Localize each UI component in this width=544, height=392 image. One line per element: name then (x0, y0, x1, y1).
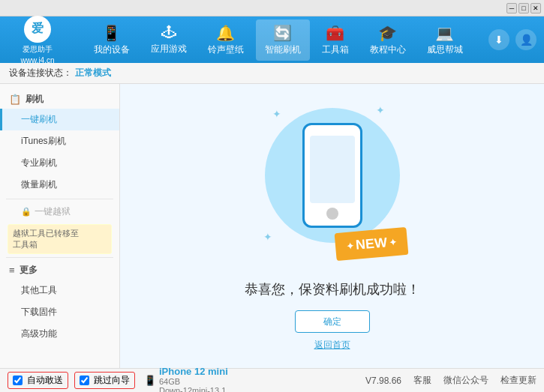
device-phone-icon: 📱 (144, 375, 156, 386)
logo-url: www.i4.cn (20, 56, 54, 64)
checkbox-auto-select[interactable] (13, 376, 23, 385)
nav-item-smart-flash[interactable]: 🔄智能刷机 (256, 19, 310, 61)
main: 📋 刷机 一键刷机 iTunes刷机 专业刷机 微量刷机 🔒 一键越狱 越狱工具… (0, 84, 544, 368)
phone-illustration: ✦ ✦ ✦ ✦ NEW ✦ (257, 100, 407, 265)
new-badge-text: NEW (355, 235, 388, 253)
device-storage: 64GB (159, 377, 228, 386)
nav-item-my-device[interactable]: 📱我的设备 (85, 19, 139, 61)
status-bar: 设备连接状态： 正常模式 (0, 63, 544, 84)
sidebar-item-pro-flash[interactable]: 专业刷机 (0, 152, 119, 174)
nav-icon-app-game: 🕹 (161, 24, 176, 41)
checkbox-skip-guide-wrapper: 跳过向导 (74, 372, 135, 389)
sidebar-item-itunes-flash[interactable]: iTunes刷机 (0, 130, 119, 152)
sidebar-section-jailbreak: 🔒 一键越狱 (0, 202, 119, 221)
nav-item-app-game[interactable]: 🕹应用游戏 (142, 19, 196, 60)
nav-label-toolbox: 工具箱 (322, 43, 349, 56)
nav-items: 📱我的设备🕹应用游戏🔔铃声壁纸🔄智能刷机🧰工具箱🎓教程中心💻威思帮城 (75, 19, 481, 61)
confirm-button[interactable]: 确定 (295, 310, 370, 333)
download-btn[interactable]: ⬇ (488, 29, 509, 50)
new-star-right: ✦ (389, 237, 397, 248)
sidebar: 📋 刷机 一键刷机 iTunes刷机 专业刷机 微量刷机 🔒 一键越狱 越狱工具… (0, 84, 120, 368)
device-info: 📱 iPhone 12 mini 64GB Down-12mini-13.1 (144, 366, 228, 392)
nav-label-weisi: 威思帮城 (427, 43, 463, 56)
sidebar-section-flash: 📋 刷机 (0, 90, 119, 109)
checkbox-auto-select-wrapper: 自动敢送 (8, 372, 68, 389)
nav-label-app-game: 应用游戏 (151, 43, 187, 55)
sparkle-1: ✦ (272, 108, 281, 120)
new-star-left: ✦ (345, 241, 353, 252)
sidebar-item-one-click-flash[interactable]: 一键刷机 (0, 109, 119, 130)
jailbreak-notice: 越狱工具已转移至工具箱 (8, 224, 112, 254)
flash-section-icon: 📋 (9, 94, 21, 105)
sparkle-3: ✦ (263, 231, 272, 243)
sparkle-2: ✦ (376, 104, 385, 116)
nav-label-tutorial: 教程中心 (370, 43, 406, 56)
logo-icon: 爱 (24, 16, 51, 43)
header: 爱 爱思助手 www.i4.cn 📱我的设备🕹应用游戏🔔铃声壁纸🔄智能刷机🧰工具… (0, 16, 544, 63)
nav-icon-weisi: 💻 (435, 24, 454, 42)
sidebar-item-other-tools[interactable]: 其他工具 (0, 280, 119, 301)
checkbox-skip-guide-label[interactable]: 跳过向导 (94, 374, 130, 387)
nav-icon-ringtone: 🔔 (216, 24, 235, 42)
nav-item-ringtone[interactable]: 🔔铃声壁纸 (199, 19, 253, 61)
phone-home-btn (326, 208, 338, 220)
user-btn[interactable]: 👤 (515, 29, 536, 50)
nav-icon-my-device: 📱 (102, 24, 121, 42)
minimize-btn[interactable]: ─ (506, 3, 517, 13)
sidebar-section-more: ≡ 更多 (0, 261, 119, 280)
maximize-btn[interactable]: □ (518, 3, 529, 13)
nav-icon-smart-flash: 🔄 (273, 24, 292, 42)
phone-body (302, 123, 362, 228)
wechat-link[interactable]: 微信公众号 (443, 374, 488, 387)
nav-item-weisi[interactable]: 💻威思帮城 (418, 19, 472, 61)
flash-section-label: 刷机 (26, 93, 44, 106)
device-details: iPhone 12 mini 64GB Down-12mini-13.1 (159, 366, 228, 392)
bottom-bar: 自动敢送 跳过向导 📱 iPhone 12 mini 64GB Down-12m… (0, 368, 544, 392)
checkbox-skip-guide[interactable] (80, 376, 89, 385)
nav-label-ringtone: 铃声壁纸 (208, 43, 244, 56)
nav-item-tutorial[interactable]: 🎓教程中心 (361, 19, 415, 61)
success-message: 恭喜您，保资料刷机成功啦！ (245, 280, 420, 298)
phone-circle-bg (265, 108, 400, 243)
phone-screen (310, 136, 355, 203)
check-update-link[interactable]: 检查更新 (500, 374, 536, 387)
nav-item-toolbox[interactable]: 🧰工具箱 (313, 19, 358, 61)
bottom-right: V7.98.66 客服 微信公众号 检查更新 (365, 374, 536, 387)
jailbreak-label: 一键越狱 (35, 205, 71, 218)
sidebar-item-download-fw[interactable]: 下载固件 (0, 301, 119, 323)
nav-icon-toolbox: 🧰 (326, 24, 344, 42)
nav-label-smart-flash: 智能刷机 (265, 43, 301, 56)
sidebar-item-save-flash[interactable]: 微量刷机 (0, 174, 119, 196)
divider-2 (6, 257, 113, 258)
new-badge: ✦ NEW ✦ (334, 227, 408, 261)
status-label: 设备连接状态： (9, 67, 72, 79)
status-value: 正常模式 (75, 67, 111, 79)
more-section-label: 更多 (20, 264, 38, 277)
title-bar: ─ □ ✕ (0, 0, 544, 16)
nav-label-my-device: 我的设备 (94, 43, 130, 56)
logo-name: 爱思助手 (23, 44, 53, 55)
content-area: ✦ ✦ ✦ ✦ NEW ✦ 恭喜您，保资料刷机成功啦！ 确定 返回首页 (120, 84, 544, 368)
again-link[interactable]: 返回首页 (314, 339, 350, 352)
sidebar-item-advanced[interactable]: 高级功能 (0, 323, 119, 345)
checkbox-auto-select-label[interactable]: 自动敢送 (27, 374, 63, 387)
more-section-icon: ≡ (9, 265, 15, 276)
divider-1 (6, 199, 113, 199)
close-btn[interactable]: ✕ (530, 3, 541, 13)
nav-icon-tutorial: 🎓 (378, 24, 397, 42)
customer-service-link[interactable]: 客服 (413, 374, 431, 387)
device-firmware: Down-12mini-13.1 (159, 386, 228, 392)
header-right: ⬇ 👤 (488, 29, 536, 50)
version-label: V7.98.66 (365, 376, 401, 386)
logo[interactable]: 爱 爱思助手 www.i4.cn (8, 16, 68, 64)
